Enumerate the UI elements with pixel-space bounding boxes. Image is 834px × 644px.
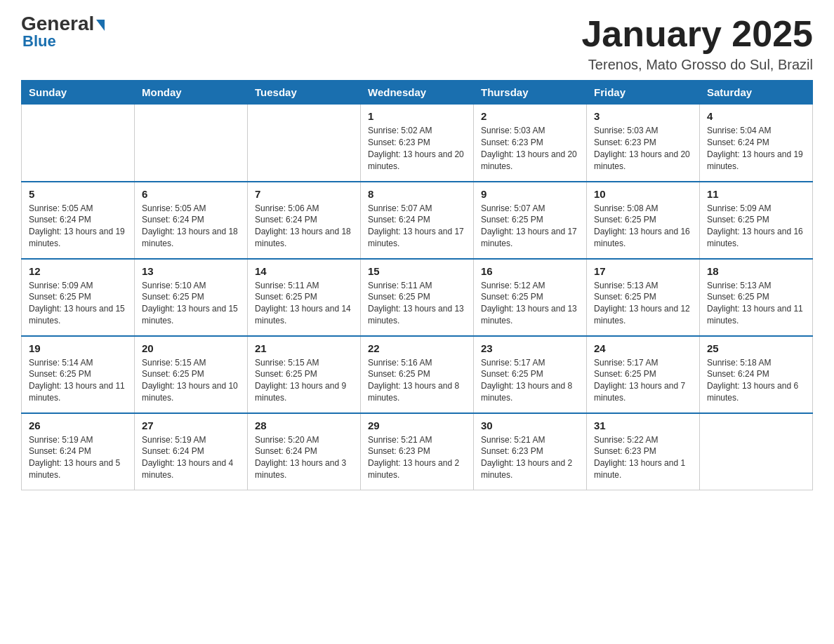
day-number: 24 bbox=[594, 342, 692, 354]
day-info: Sunrise: 5:05 AMSunset: 6:24 PMDaylight:… bbox=[29, 203, 127, 250]
day-number: 8 bbox=[368, 188, 466, 200]
day-number: 14 bbox=[255, 265, 353, 277]
calendar-cell: 22Sunrise: 5:16 AMSunset: 6:25 PMDayligh… bbox=[361, 336, 474, 413]
calendar-cell: 16Sunrise: 5:12 AMSunset: 6:25 PMDayligh… bbox=[474, 259, 587, 336]
day-info: Sunrise: 5:04 AMSunset: 6:24 PMDaylight:… bbox=[707, 125, 805, 172]
calendar-cell: 31Sunrise: 5:22 AMSunset: 6:23 PMDayligh… bbox=[587, 413, 700, 490]
day-number: 21 bbox=[255, 342, 353, 354]
day-info: Sunrise: 5:22 AMSunset: 6:23 PMDaylight:… bbox=[594, 434, 692, 481]
calendar-cell: 4Sunrise: 5:04 AMSunset: 6:24 PMDaylight… bbox=[700, 105, 813, 182]
title-area: January 2025 Terenos, Mato Grosso do Sul… bbox=[581, 14, 813, 73]
calendar-cell: 19Sunrise: 5:14 AMSunset: 6:25 PMDayligh… bbox=[22, 336, 135, 413]
day-info: Sunrise: 5:03 AMSunset: 6:23 PMDaylight:… bbox=[594, 125, 692, 172]
day-number: 13 bbox=[142, 265, 240, 277]
day-number: 11 bbox=[707, 188, 805, 200]
calendar-cell: 2Sunrise: 5:03 AMSunset: 6:23 PMDaylight… bbox=[474, 105, 587, 182]
day-info: Sunrise: 5:21 AMSunset: 6:23 PMDaylight:… bbox=[481, 434, 579, 481]
day-info: Sunrise: 5:07 AMSunset: 6:24 PMDaylight:… bbox=[368, 203, 466, 250]
day-info: Sunrise: 5:14 AMSunset: 6:25 PMDaylight:… bbox=[29, 357, 127, 404]
day-number: 16 bbox=[481, 265, 579, 277]
day-info: Sunrise: 5:06 AMSunset: 6:24 PMDaylight:… bbox=[255, 203, 353, 250]
day-info: Sunrise: 5:17 AMSunset: 6:25 PMDaylight:… bbox=[481, 357, 579, 404]
day-info: Sunrise: 5:20 AMSunset: 6:24 PMDaylight:… bbox=[255, 434, 353, 481]
day-number: 18 bbox=[707, 265, 805, 277]
day-number: 22 bbox=[368, 342, 466, 354]
calendar-cell: 14Sunrise: 5:11 AMSunset: 6:25 PMDayligh… bbox=[248, 259, 361, 336]
calendar-cell: 21Sunrise: 5:15 AMSunset: 6:25 PMDayligh… bbox=[248, 336, 361, 413]
calendar-cell bbox=[22, 105, 135, 182]
logo-sub: Blue bbox=[22, 32, 56, 51]
week-row-5: 26Sunrise: 5:19 AMSunset: 6:24 PMDayligh… bbox=[22, 413, 813, 490]
day-info: Sunrise: 5:18 AMSunset: 6:24 PMDaylight:… bbox=[707, 357, 805, 404]
week-row-2: 5Sunrise: 5:05 AMSunset: 6:24 PMDaylight… bbox=[22, 182, 813, 259]
day-info: Sunrise: 5:17 AMSunset: 6:25 PMDaylight:… bbox=[594, 357, 692, 404]
day-number: 1 bbox=[368, 110, 466, 122]
day-number: 23 bbox=[481, 342, 579, 354]
header-thursday: Thursday bbox=[474, 81, 587, 105]
day-info: Sunrise: 5:13 AMSunset: 6:25 PMDaylight:… bbox=[594, 280, 692, 327]
day-number: 20 bbox=[142, 342, 240, 354]
week-row-1: 1Sunrise: 5:02 AMSunset: 6:23 PMDaylight… bbox=[22, 105, 813, 182]
header-wednesday: Wednesday bbox=[361, 81, 474, 105]
location: Terenos, Mato Grosso do Sul, Brazil bbox=[581, 57, 813, 73]
calendar-cell: 24Sunrise: 5:17 AMSunset: 6:25 PMDayligh… bbox=[587, 336, 700, 413]
day-number: 29 bbox=[368, 420, 466, 431]
calendar-cell: 15Sunrise: 5:11 AMSunset: 6:25 PMDayligh… bbox=[361, 259, 474, 336]
calendar-cell: 27Sunrise: 5:19 AMSunset: 6:24 PMDayligh… bbox=[135, 413, 248, 490]
calendar-cell: 18Sunrise: 5:13 AMSunset: 6:25 PMDayligh… bbox=[700, 259, 813, 336]
day-info: Sunrise: 5:11 AMSunset: 6:25 PMDaylight:… bbox=[255, 280, 353, 327]
day-info: Sunrise: 5:12 AMSunset: 6:25 PMDaylight:… bbox=[481, 280, 579, 327]
calendar-cell: 12Sunrise: 5:09 AMSunset: 6:25 PMDayligh… bbox=[22, 259, 135, 336]
month-title: January 2025 bbox=[581, 14, 813, 54]
calendar-cell: 6Sunrise: 5:05 AMSunset: 6:24 PMDaylight… bbox=[135, 182, 248, 259]
calendar-cell: 10Sunrise: 5:08 AMSunset: 6:25 PMDayligh… bbox=[587, 182, 700, 259]
calendar-header-row: SundayMondayTuesdayWednesdayThursdayFrid… bbox=[22, 81, 813, 105]
day-info: Sunrise: 5:15 AMSunset: 6:25 PMDaylight:… bbox=[255, 357, 353, 404]
day-number: 17 bbox=[594, 265, 692, 277]
logo: General Blue bbox=[21, 14, 105, 51]
calendar-cell: 17Sunrise: 5:13 AMSunset: 6:25 PMDayligh… bbox=[587, 259, 700, 336]
day-number: 5 bbox=[29, 188, 127, 200]
day-info: Sunrise: 5:09 AMSunset: 6:25 PMDaylight:… bbox=[29, 280, 127, 327]
calendar-cell: 1Sunrise: 5:02 AMSunset: 6:23 PMDaylight… bbox=[361, 105, 474, 182]
day-number: 15 bbox=[368, 265, 466, 277]
calendar-table: SundayMondayTuesdayWednesdayThursdayFrid… bbox=[21, 80, 813, 490]
day-number: 7 bbox=[255, 188, 353, 200]
week-row-3: 12Sunrise: 5:09 AMSunset: 6:25 PMDayligh… bbox=[22, 259, 813, 336]
day-number: 3 bbox=[594, 110, 692, 122]
day-info: Sunrise: 5:03 AMSunset: 6:23 PMDaylight:… bbox=[481, 125, 579, 172]
day-info: Sunrise: 5:09 AMSunset: 6:25 PMDaylight:… bbox=[707, 203, 805, 250]
calendar-cell bbox=[700, 413, 813, 490]
day-info: Sunrise: 5:07 AMSunset: 6:25 PMDaylight:… bbox=[481, 203, 579, 250]
calendar-cell: 23Sunrise: 5:17 AMSunset: 6:25 PMDayligh… bbox=[474, 336, 587, 413]
day-info: Sunrise: 5:05 AMSunset: 6:24 PMDaylight:… bbox=[142, 203, 240, 250]
day-number: 9 bbox=[481, 188, 579, 200]
calendar-cell bbox=[135, 105, 248, 182]
day-number: 10 bbox=[594, 188, 692, 200]
calendar-cell: 3Sunrise: 5:03 AMSunset: 6:23 PMDaylight… bbox=[587, 105, 700, 182]
calendar-cell: 26Sunrise: 5:19 AMSunset: 6:24 PMDayligh… bbox=[22, 413, 135, 490]
header-tuesday: Tuesday bbox=[248, 81, 361, 105]
day-info: Sunrise: 5:16 AMSunset: 6:25 PMDaylight:… bbox=[368, 357, 466, 404]
calendar-cell: 25Sunrise: 5:18 AMSunset: 6:24 PMDayligh… bbox=[700, 336, 813, 413]
day-info: Sunrise: 5:08 AMSunset: 6:25 PMDaylight:… bbox=[594, 203, 692, 250]
week-row-4: 19Sunrise: 5:14 AMSunset: 6:25 PMDayligh… bbox=[22, 336, 813, 413]
header-saturday: Saturday bbox=[700, 81, 813, 105]
header-friday: Friday bbox=[587, 81, 700, 105]
calendar-cell: 5Sunrise: 5:05 AMSunset: 6:24 PMDaylight… bbox=[22, 182, 135, 259]
day-info: Sunrise: 5:02 AMSunset: 6:23 PMDaylight:… bbox=[368, 125, 466, 172]
calendar-cell: 30Sunrise: 5:21 AMSunset: 6:23 PMDayligh… bbox=[474, 413, 587, 490]
calendar-cell: 8Sunrise: 5:07 AMSunset: 6:24 PMDaylight… bbox=[361, 182, 474, 259]
calendar-cell bbox=[248, 105, 361, 182]
day-info: Sunrise: 5:11 AMSunset: 6:25 PMDaylight:… bbox=[368, 280, 466, 327]
day-number: 31 bbox=[594, 420, 692, 431]
day-number: 30 bbox=[481, 420, 579, 431]
day-number: 6 bbox=[142, 188, 240, 200]
calendar-cell: 11Sunrise: 5:09 AMSunset: 6:25 PMDayligh… bbox=[700, 182, 813, 259]
calendar-cell: 9Sunrise: 5:07 AMSunset: 6:25 PMDaylight… bbox=[474, 182, 587, 259]
page-header: General Blue January 2025 Terenos, Mato … bbox=[21, 14, 813, 73]
day-number: 2 bbox=[481, 110, 579, 122]
calendar-cell: 13Sunrise: 5:10 AMSunset: 6:25 PMDayligh… bbox=[135, 259, 248, 336]
header-sunday: Sunday bbox=[22, 81, 135, 105]
day-info: Sunrise: 5:10 AMSunset: 6:25 PMDaylight:… bbox=[142, 280, 240, 327]
